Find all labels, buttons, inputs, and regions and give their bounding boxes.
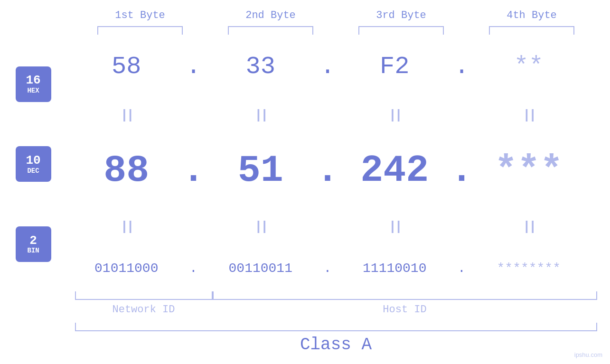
bottom-brackets-row: [75, 291, 597, 300]
byte-headers-row: 1st Byte 2nd Byte 3rd Byte 4th Byte: [75, 9, 597, 21]
equals-1-b3: ||: [388, 108, 401, 122]
bin-byte2: 00110011: [229, 261, 292, 276]
hex-dot1: .: [186, 53, 201, 81]
equals-row-2: || || || ||: [66, 219, 589, 234]
equals-row-1: || || || ||: [66, 108, 589, 122]
network-id-label: Network ID: [75, 304, 213, 316]
class-a-label: Class A: [75, 335, 597, 355]
content-row: 16 HEX 10 DEC 2 BIN 58 .: [0, 39, 610, 289]
hex-byte1: 58: [112, 53, 141, 81]
hex-values-row: 58 . 33 . F2 . **: [66, 53, 589, 81]
equals-1-b4: ||: [523, 108, 535, 122]
base-labels-column: 16 HEX 10 DEC 2 BIN: [0, 39, 66, 289]
dec-badge: 10 DEC: [16, 146, 51, 182]
hex-byte3: F2: [380, 53, 409, 81]
bottom-brackets-section: Network ID Host ID: [75, 291, 597, 316]
hex-dot3: .: [454, 53, 469, 81]
equals-1-b1: ||: [120, 108, 132, 122]
dec-byte3: 242: [360, 149, 429, 192]
main-container: 1st Byte 2nd Byte 3rd Byte 4th Byte 16 H…: [0, 0, 610, 364]
bin-byte1: 01011000: [94, 261, 158, 276]
dec-byte2: 51: [238, 149, 283, 192]
equals-2-b3: ||: [388, 219, 401, 234]
class-bracket: [75, 323, 597, 331]
equals-1-b2: ||: [254, 108, 267, 122]
byte-header-3: 3rd Byte: [336, 9, 467, 21]
host-id-bracket: [213, 291, 597, 300]
equals-2-b4: ||: [523, 219, 535, 234]
bin-byte3: 11110010: [363, 261, 426, 276]
bin-dot1: .: [189, 261, 197, 276]
equals-2-b1: ||: [120, 219, 132, 234]
hex-dot2: .: [320, 53, 335, 81]
bin-byte4: ********: [497, 261, 561, 276]
equals-2-b2: ||: [254, 219, 267, 234]
byte-header-2: 2nd Byte: [206, 9, 336, 21]
hex-badge: 16 HEX: [16, 66, 51, 102]
class-section: Class A: [75, 323, 597, 355]
byte-header-1: 1st Byte: [75, 9, 206, 21]
network-id-bracket: [75, 291, 213, 300]
top-brackets: [75, 26, 597, 35]
bin-badge: 2 BIN: [16, 226, 51, 262]
watermark: ipshu.com: [574, 351, 602, 358]
byte-header-4: 4th Byte: [467, 9, 597, 21]
values-area: 58 . 33 . F2 . **: [66, 39, 610, 289]
host-id-label: Host ID: [213, 304, 597, 316]
bin-dot3: .: [458, 261, 466, 276]
hex-byte2: 33: [246, 53, 275, 81]
dec-byte1: 88: [103, 149, 149, 192]
dec-values-row: 88 . 51 . 242 . ***: [66, 149, 589, 192]
dec-byte4: ***: [495, 149, 563, 192]
bottom-labels-row: Network ID Host ID: [75, 304, 597, 316]
hex-byte4: **: [514, 53, 544, 81]
bin-values-row: 01011000 . 00110011 . 11110010 .: [66, 261, 589, 276]
bin-dot2: .: [324, 261, 332, 276]
